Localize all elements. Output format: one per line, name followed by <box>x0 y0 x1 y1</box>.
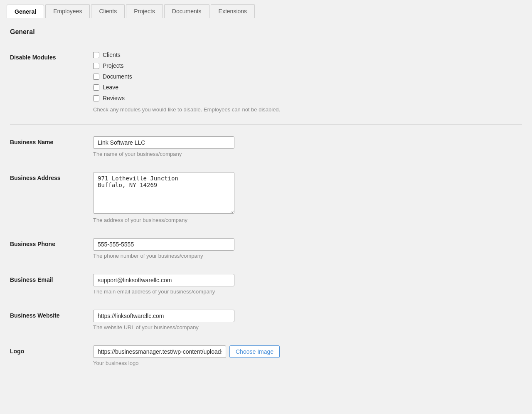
checkbox-projects[interactable]: Projects <box>93 62 522 69</box>
business-website-hint: The website URL of your business/company <box>93 324 522 330</box>
tab-projects[interactable]: Projects <box>126 4 163 18</box>
choose-image-button[interactable]: Choose Image <box>229 345 280 358</box>
business-address-label: Business Address <box>10 172 93 181</box>
business-email-input[interactable] <box>93 274 234 286</box>
business-phone-label: Business Phone <box>10 238 93 247</box>
business-name-row: Business Name The name of your business/… <box>10 129 522 165</box>
business-phone-input[interactable] <box>93 238 234 251</box>
logo-hint: Your business logo <box>93 360 522 366</box>
disable-modules-hint: Check any modules you would like to disa… <box>93 106 522 113</box>
logo-row: Logo Choose Image Your business logo <box>10 338 522 374</box>
checkbox-projects-input[interactable] <box>93 63 99 69</box>
business-name-label: Business Name <box>10 136 93 145</box>
checkbox-documents-label: Documents <box>103 73 132 80</box>
tab-employees[interactable]: Employees <box>45 4 90 18</box>
business-address-input[interactable]: 971 Lotheville Junction Buffalo, NY 1426… <box>93 172 234 214</box>
business-email-hint: The main email address of your business/… <box>93 288 522 295</box>
logo-url-input[interactable] <box>93 345 226 358</box>
checkbox-clients[interactable]: Clients <box>93 52 522 58</box>
checkbox-clients-input[interactable] <box>93 52 99 58</box>
business-website-label: Business Website <box>10 310 93 319</box>
business-address-row: Business Address 971 Lotheville Junction… <box>10 165 522 231</box>
business-phone-hint: The phone number of your business/compan… <box>93 253 522 259</box>
business-email-row: Business Email The main email address of… <box>10 266 522 302</box>
logo-field-wrapper: Choose Image <box>93 345 522 358</box>
disable-modules-label: Disable Modules <box>10 52 93 61</box>
tab-clients[interactable]: Clients <box>91 4 125 18</box>
tab-general[interactable]: General <box>7 5 44 18</box>
business-email-field: The main email address of your business/… <box>93 274 522 295</box>
checkbox-projects-label: Projects <box>103 62 124 69</box>
checkbox-clients-label: Clients <box>103 52 121 58</box>
business-name-input[interactable] <box>93 136 234 149</box>
checkbox-reviews-label: Reviews <box>103 95 125 101</box>
business-website-input[interactable] <box>93 310 234 322</box>
business-name-field: The name of your business/company <box>93 136 522 157</box>
divider-1 <box>10 124 522 125</box>
checkbox-leave[interactable]: Leave <box>93 84 522 91</box>
business-phone-row: Business Phone The phone number of your … <box>10 231 522 266</box>
business-email-label: Business Email <box>10 274 93 283</box>
checkbox-leave-input[interactable] <box>93 84 99 91</box>
checkbox-leave-label: Leave <box>103 84 118 91</box>
tab-documents[interactable]: Documents <box>164 4 209 18</box>
form-section: Disable Modules Clients Projects Documen… <box>10 44 522 374</box>
logo-field: Choose Image Your business logo <box>93 345 522 366</box>
checkbox-reviews[interactable]: Reviews <box>93 95 522 101</box>
business-address-field: 971 Lotheville Junction Buffalo, NY 1426… <box>93 172 522 223</box>
disable-modules-row: Disable Modules Clients Projects Documen… <box>10 44 522 120</box>
content-area: General Disable Modules Clients Projects <box>0 18 532 384</box>
tabs-bar: General Employees Clients Projects Docum… <box>0 0 532 18</box>
business-address-hint: The address of your business/company <box>93 217 522 223</box>
logo-label: Logo <box>10 345 93 355</box>
business-website-field: The website URL of your business/company <box>93 310 522 330</box>
checkbox-group: Clients Projects Documents Leave <box>93 52 522 101</box>
page-title: General <box>10 28 522 36</box>
checkbox-documents-input[interactable] <box>93 74 99 80</box>
checkbox-documents[interactable]: Documents <box>93 73 522 80</box>
business-name-hint: The name of your business/company <box>93 151 522 157</box>
tab-extensions[interactable]: Extensions <box>211 4 255 18</box>
disable-modules-field: Clients Projects Documents Leave <box>93 52 522 113</box>
business-phone-field: The phone number of your business/compan… <box>93 238 522 259</box>
checkbox-reviews-input[interactable] <box>93 95 99 101</box>
business-website-row: Business Website The website URL of your… <box>10 302 522 338</box>
